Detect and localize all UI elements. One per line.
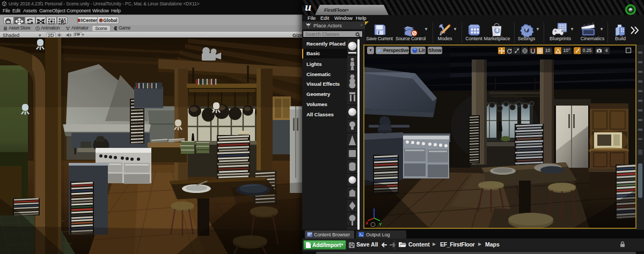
svg-text:Y: Y [379, 222, 382, 227]
svg-text:X: X [365, 221, 369, 226]
